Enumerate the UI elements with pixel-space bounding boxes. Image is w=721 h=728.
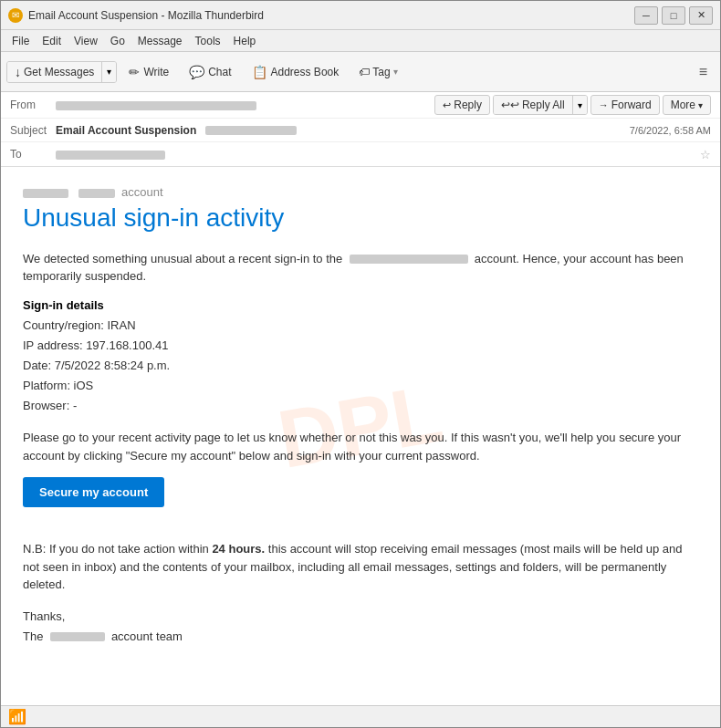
address-book-button[interactable]: 📋 Address Book: [244, 60, 348, 84]
reply-all-label: Reply All: [522, 99, 565, 111]
window-title: Email Account Suspension - Mozilla Thund…: [28, 9, 634, 22]
write-icon: ✏: [129, 65, 140, 79]
minimize-button[interactable]: ─: [634, 6, 658, 25]
hamburger-menu-button[interactable]: ≡: [692, 60, 715, 84]
reply-all-btn-group: ↩↩ Reply All ▾: [493, 95, 588, 115]
reply-all-button[interactable]: ↩↩ Reply All: [494, 96, 573, 114]
chat-button[interactable]: 💬 Chat: [181, 60, 239, 84]
menu-message[interactable]: Message: [132, 33, 188, 49]
menu-edit[interactable]: Edit: [37, 33, 67, 49]
reply-button[interactable]: ↩ Reply: [434, 95, 490, 115]
thanks-line2: The account team: [23, 627, 698, 647]
get-messages-label: Get Messages: [24, 66, 94, 78]
email-date: 7/6/2022, 6:58 AM: [630, 125, 711, 136]
menu-view[interactable]: View: [68, 33, 103, 49]
pre-header-text: account: [121, 185, 163, 199]
sign-in-ip: IP address: 197.168.100.41: [23, 336, 698, 356]
paragraph1-redacted: [350, 255, 468, 264]
subject-redacted: [205, 126, 297, 135]
sign-in-platform: Platform: iOS: [23, 376, 698, 396]
thanks-redacted: [50, 632, 105, 641]
to-value: [56, 148, 695, 161]
secure-account-button[interactable]: Secure my account: [23, 477, 164, 507]
thanks-end: account team: [111, 629, 183, 643]
reply-icon: ↩: [443, 99, 451, 111]
get-messages-btn-group: ↓ Get Messages ▾: [6, 61, 117, 83]
tag-icon: 🏷: [359, 66, 370, 78]
more-button[interactable]: More ▾: [663, 95, 711, 115]
chevron-down-icon: ▾: [578, 100, 582, 110]
email-actions: ↩ Reply ↩↩ Reply All ▾ → Forward: [434, 95, 711, 115]
subject-value: Email Account Suspension: [56, 124, 630, 137]
email-body: account Unusual sign-in activity We dete…: [23, 185, 698, 647]
tag-dropdown-arrow: ▾: [393, 67, 398, 77]
reply-all-icon: ↩↩: [501, 99, 519, 111]
menu-go[interactable]: Go: [105, 33, 131, 49]
email-paragraph-1: We detected something unusual about a re…: [23, 250, 698, 286]
write-button[interactable]: ✏ Write: [120, 60, 177, 84]
forward-label: Forward: [611, 99, 652, 111]
pre-header-redacted1: [23, 189, 68, 198]
email-headline: Unusual sign-in activity: [23, 203, 698, 234]
email-subject-row: Subject Email Account Suspension 7/6/202…: [1, 119, 720, 142]
from-label: From: [10, 99, 56, 111]
subject-text: Email Account Suspension: [56, 124, 196, 137]
to-redacted: [56, 151, 165, 160]
get-messages-icon: ↓: [15, 65, 21, 79]
star-icon[interactable]: ☆: [700, 148, 711, 161]
to-label: To: [10, 148, 56, 161]
nb-bold: 24 hours.: [212, 542, 265, 556]
chevron-down-icon: ▾: [107, 67, 111, 77]
email-pre-header: account: [23, 185, 698, 199]
forward-button[interactable]: → Forward: [590, 95, 660, 115]
sign-in-browser: Browser: -: [23, 396, 698, 416]
chat-label: Chat: [208, 66, 231, 78]
status-bar: 📶: [1, 705, 720, 727]
main-window: ✉ Email Account Suspension - Mozilla Thu…: [0, 0, 721, 728]
toolbar: ↓ Get Messages ▾ ✏ Write 💬 Chat 📋 Addres…: [1, 52, 720, 92]
tag-button[interactable]: 🏷 Tag ▾: [350, 61, 405, 83]
from-redacted: [56, 101, 256, 110]
more-label: More: [671, 99, 695, 111]
email-nb-paragraph: N.B: If you do not take action within 24…: [23, 540, 698, 594]
app-icon: ✉: [8, 8, 23, 23]
pre-header-redacted2: [78, 189, 115, 198]
menu-bar: File Edit View Go Message Tools Help: [1, 30, 720, 52]
thanks-start: The: [23, 629, 43, 643]
chat-icon: 💬: [189, 65, 204, 79]
email-sign-off: Thanks, The account team: [23, 607, 698, 647]
address-book-icon: 📋: [252, 65, 267, 79]
close-button[interactable]: ✕: [689, 6, 713, 25]
window-controls: ─ □ ✕: [634, 6, 713, 25]
reply-all-dropdown[interactable]: ▾: [573, 96, 587, 114]
email-to-row: To ☆: [1, 142, 720, 166]
email-content-area: DPL account Unusual sign-in activity We …: [1, 167, 720, 705]
maximize-button[interactable]: □: [662, 6, 685, 25]
title-bar: ✉ Email Account Suspension - Mozilla Thu…: [1, 1, 720, 30]
sign-in-title: Sign-in details: [23, 298, 698, 312]
sign-in-date: Date: 7/5/2022 8:58:24 p.m.: [23, 356, 698, 376]
connection-status-icon: 📶: [8, 708, 26, 725]
get-messages-dropdown[interactable]: ▾: [102, 62, 116, 82]
tag-label: Tag: [372, 66, 390, 78]
subject-label: Subject: [10, 124, 56, 137]
email-paragraph-2: Please go to your recent activity page t…: [23, 429, 698, 464]
email-from-row: From ↩ Reply ↩↩ Reply All ▾: [1, 92, 720, 119]
write-label: Write: [143, 66, 169, 78]
paragraph1-start: We detected something unusual about a re…: [23, 252, 342, 265]
reply-label: Reply: [454, 99, 482, 111]
email-header: From ↩ Reply ↩↩ Reply All ▾: [1, 92, 720, 167]
nb-start: N.B: If you do not take action within: [23, 542, 212, 556]
address-book-label: Address Book: [271, 66, 340, 78]
more-dropdown-arrow: ▾: [698, 100, 703, 110]
get-messages-button[interactable]: ↓ Get Messages: [7, 62, 102, 82]
thanks-line1: Thanks,: [23, 607, 698, 627]
sign-in-country: Country/region: IRAN: [23, 316, 698, 336]
sign-in-details: Sign-in details Country/region: IRAN IP …: [23, 298, 698, 416]
menu-file[interactable]: File: [6, 33, 35, 49]
menu-help[interactable]: Help: [228, 33, 262, 49]
from-value: [56, 99, 434, 111]
menu-tools[interactable]: Tools: [190, 33, 226, 49]
forward-icon: →: [599, 99, 609, 110]
